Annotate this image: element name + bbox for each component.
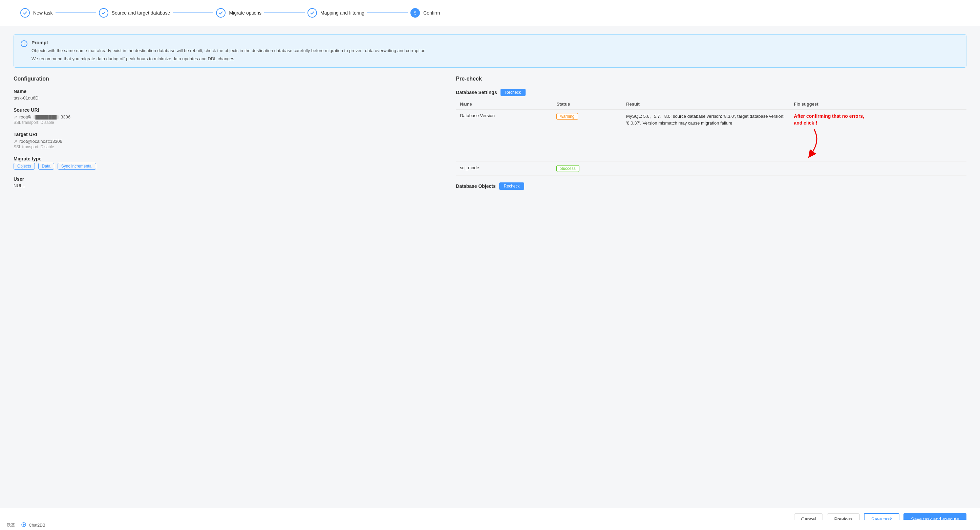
database-settings-header: Database Settings Recheck xyxy=(456,89,966,96)
source-uri-port: 3306 xyxy=(60,114,70,119)
step-mapping-filtering: Mapping and filtering xyxy=(307,8,364,17)
database-objects-section: Database Objects Recheck xyxy=(456,182,966,190)
config-name-label: Name xyxy=(14,89,442,94)
precheck-panel: Pre-check Database Settings Recheck Name… xyxy=(456,76,966,197)
config-target-uri-field: Target URI ↗ root@localhost:13306 SSL tr… xyxy=(14,132,442,149)
prompt-title: Prompt xyxy=(32,40,425,45)
config-target-ssl: SSL transport: Disable xyxy=(14,144,442,149)
step-connector-2 xyxy=(173,13,213,13)
database-settings-table: Name Status Result Fix suggest Database … xyxy=(456,99,966,176)
row-db-version-status: warning xyxy=(552,109,622,162)
configuration-title: Configuration xyxy=(14,76,442,82)
col-status: Status xyxy=(552,99,622,109)
step-circle-5: 5 xyxy=(410,8,420,17)
badge-sync-incremental: Sync incremental xyxy=(57,163,96,170)
col-name: Name xyxy=(456,99,552,109)
main-content: i Prompt Objects with the same name that… xyxy=(0,26,980,508)
source-uri-masked: ████████ xyxy=(33,115,59,119)
row-db-version-result: MySQL: 5.6、5.7、8.0; source database vers… xyxy=(622,109,790,162)
step-migrate-options: Migrate options xyxy=(216,8,261,17)
configuration-panel: Configuration Name task-01qu6D Source UR… xyxy=(14,76,442,197)
stepper-bar: New task Source and target database Migr… xyxy=(0,0,980,26)
table-header-row: Name Status Result Fix suggest xyxy=(456,99,966,109)
step-label-2: Source and target database xyxy=(112,10,170,16)
config-migrate-type-label: Migrate type xyxy=(14,156,442,162)
config-source-uri-label: Source URI xyxy=(14,107,442,113)
badge-objects: Objects xyxy=(14,163,35,170)
bottom-logo-bar: 沃基 | Chat2DB xyxy=(0,520,980,530)
precheck-title: Pre-check xyxy=(456,76,966,82)
row-db-version-fix: After confirming that no errors,and clic… xyxy=(790,109,966,162)
page-wrapper: New task Source and target database Migr… xyxy=(0,0,980,530)
database-settings-section: Database Settings Recheck Name Status Re… xyxy=(456,89,966,176)
step-label-3: Migrate options xyxy=(229,10,261,16)
row-sqlmode-name: sql_mode xyxy=(456,162,552,176)
info-icon: i xyxy=(21,40,27,47)
config-user-value: NULL xyxy=(14,183,442,188)
annotation-area: After confirming that no errors,and clic… xyxy=(794,113,963,158)
source-uri-text: root@ xyxy=(19,114,32,119)
status-badge-warning: warning xyxy=(556,113,578,120)
config-user-field: User NULL xyxy=(14,176,442,188)
row-sqlmode-fix xyxy=(790,162,966,176)
row-sqlmode-result xyxy=(622,162,790,176)
row-db-version-name: Database Version xyxy=(456,109,552,162)
step-new-task: New task xyxy=(20,8,53,17)
step-circle-4 xyxy=(307,8,317,17)
config-source-uri-field: Source URI ↗ root@ ████████ 3306 SSL tra… xyxy=(14,107,442,125)
step-confirm: 5 Confirm xyxy=(410,8,440,17)
chat2db-icon xyxy=(21,522,26,528)
database-objects-title: Database Objects xyxy=(456,183,496,189)
prompt-content: Prompt Objects with the same name that a… xyxy=(32,40,425,62)
recheck-database-objects-button[interactable]: Recheck xyxy=(499,182,525,190)
two-column-layout: Configuration Name task-01qu6D Source UR… xyxy=(14,76,966,197)
db-icon-target: ↗ xyxy=(14,139,17,144)
config-target-uri-value: ↗ root@localhost:13306 xyxy=(14,139,62,144)
table-row: Database Version warning MySQL: 5.6、5.7、… xyxy=(456,109,966,162)
step-circle-3 xyxy=(216,8,226,17)
step-label-1: New task xyxy=(33,10,53,16)
row-sqlmode-status: Success xyxy=(552,162,622,176)
step-circle-1 xyxy=(20,8,30,17)
database-settings-title: Database Settings xyxy=(456,90,497,95)
separator: | xyxy=(18,523,19,528)
step-source-target: Source and target database xyxy=(99,8,170,17)
badge-data: Data xyxy=(38,163,54,170)
step-connector-3 xyxy=(264,13,305,13)
config-target-uri-label: Target URI xyxy=(14,132,442,137)
status-badge-success: Success xyxy=(556,165,579,172)
step-label-4: Mapping and filtering xyxy=(320,10,364,16)
config-name-value: task-01qu6D xyxy=(14,95,442,100)
migrate-type-badges: Objects Data Sync incremental xyxy=(14,163,442,170)
table-row: sql_mode Success xyxy=(456,162,966,176)
arrow-svg xyxy=(794,128,827,158)
database-objects-header: Database Objects Recheck xyxy=(456,182,966,190)
step-connector-4 xyxy=(367,13,408,13)
config-source-ssl: SSL transport: Disable xyxy=(14,120,442,125)
brand-text: Chat2DB xyxy=(29,523,45,528)
config-migrate-type-field: Migrate type Objects Data Sync increment… xyxy=(14,156,442,170)
col-fix-suggest: Fix suggest xyxy=(790,99,966,109)
col-result: Result xyxy=(622,99,790,109)
db-icon-source: ↗ xyxy=(14,114,17,119)
config-name-field: Name task-01qu6D xyxy=(14,89,442,100)
config-source-uri-value: ↗ root@ ████████ 3306 xyxy=(14,114,70,119)
annotation-text: After confirming that no errors,and clic… xyxy=(794,113,963,126)
prompt-line-2: We recommend that you migrate data durin… xyxy=(32,56,425,62)
step-label-5: Confirm xyxy=(423,10,440,16)
config-user-label: User xyxy=(14,176,442,182)
prompt-box: i Prompt Objects with the same name that… xyxy=(14,34,966,68)
target-uri-text: root@localhost:13306 xyxy=(19,139,62,144)
recheck-database-settings-button[interactable]: Recheck xyxy=(501,89,526,96)
prompt-line-1: Objects with the same name that already … xyxy=(32,48,425,54)
step-circle-2 xyxy=(99,8,108,17)
logo-text: 沃基 xyxy=(7,522,15,528)
step-connector-1 xyxy=(56,13,96,13)
